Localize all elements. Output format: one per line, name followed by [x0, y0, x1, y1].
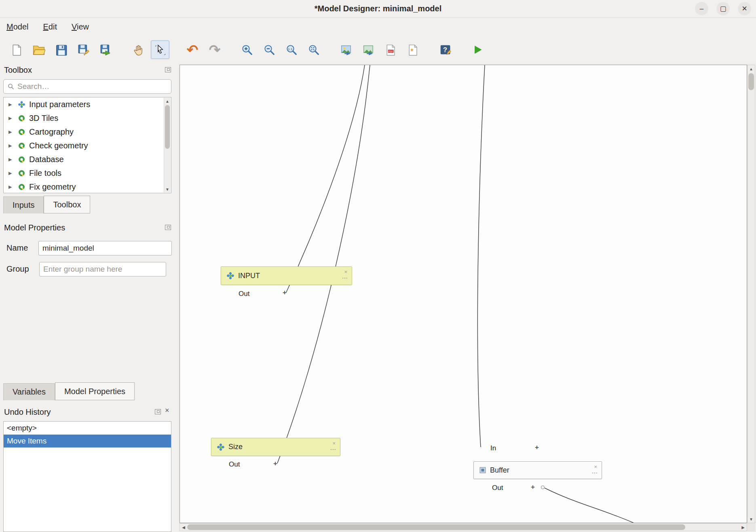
node-comment-icon[interactable]: •••	[331, 448, 336, 451]
toolbox-search-box	[3, 79, 171, 94]
model-node-size[interactable]: Size × •••	[211, 438, 340, 456]
edit-model-help-button[interactable]: ?	[436, 40, 454, 59]
run-icon	[471, 44, 484, 56]
export-as-pdf-button[interactable]: PDF	[381, 40, 400, 59]
zoom-full-button[interactable]	[304, 40, 323, 59]
zoom-actual-icon: 1:1	[285, 44, 298, 56]
svg-text:?: ?	[443, 46, 447, 53]
parameter-icon	[227, 272, 234, 279]
node-delete-icon[interactable]: ×	[344, 269, 347, 275]
model-canvas[interactable]: INPUT × ••• Out + Size × ••• Out + In + …	[179, 65, 747, 523]
tab-model-properties[interactable]: Model Properties	[55, 382, 135, 400]
canvas-vertical-scrollbar[interactable]: ▲ ▼	[747, 65, 755, 523]
tree-scrollbar[interactable]: ▲ ▼	[164, 98, 171, 192]
properties-tab-bar: Variables Model Properties	[3, 382, 135, 400]
tree-item-check-geometry[interactable]: ▶ Check geometry	[4, 139, 171, 152]
canvas-horizontal-scrollbar[interactable]: ◀ ▶	[179, 523, 747, 531]
zoom-actual-button[interactable]: 1:1	[282, 40, 301, 59]
export-as-script-button[interactable]: *	[403, 40, 422, 59]
export-as-svg-button[interactable]	[359, 40, 378, 59]
scroll-up-icon[interactable]: ▲	[748, 65, 755, 72]
zoom-out-button[interactable]	[260, 40, 279, 59]
expand-arrow-icon[interactable]: ▶	[8, 157, 14, 162]
open-model-button[interactable]	[30, 40, 48, 59]
model-node-buffer[interactable]: Buffer × •••	[473, 461, 602, 479]
menu-model[interactable]: Model	[6, 22, 28, 32]
float-panel-icon[interactable]	[165, 225, 171, 230]
run-model-button[interactable]	[468, 40, 487, 59]
scroll-left-icon[interactable]: ◀	[180, 524, 187, 531]
node-label: INPUT	[238, 272, 260, 280]
model-group-input[interactable]	[39, 262, 166, 277]
tree-scrollbar-thumb[interactable]	[165, 105, 170, 149]
save-model-in-project-button[interactable]	[96, 40, 115, 59]
name-label: Name	[6, 243, 28, 253]
new-model-button[interactable]	[7, 40, 26, 59]
node-comment-icon[interactable]: •••	[342, 276, 348, 280]
qgis-provider-icon	[18, 170, 25, 177]
tab-variables[interactable]: Variables	[3, 383, 55, 400]
float-panel-icon[interactable]	[165, 67, 171, 72]
svg-text:PDF: PDF	[389, 50, 393, 53]
menubar: Model Edit View	[0, 18, 756, 36]
minimize-button[interactable]: –	[695, 2, 708, 15]
port-expand-icon[interactable]: +	[273, 460, 277, 468]
titlebar: *Model Designer: minimal_model – ▢ ✕	[0, 0, 756, 18]
pan-tool-button[interactable]	[129, 40, 147, 59]
toolbox-search-input[interactable]	[17, 82, 171, 91]
expand-arrow-icon[interactable]: ▶	[8, 184, 14, 190]
expand-arrow-icon[interactable]: ▶	[8, 116, 14, 121]
port-expand-icon[interactable]: +	[283, 289, 287, 297]
scroll-right-icon[interactable]: ▶	[739, 524, 747, 531]
model-node-input[interactable]: INPUT × •••	[221, 266, 352, 285]
maximize-button[interactable]: ▢	[716, 2, 730, 15]
scroll-up-icon[interactable]: ▲	[164, 98, 171, 104]
tree-item-file-tools[interactable]: ▶ File tools	[4, 166, 171, 180]
minimize-icon: –	[700, 5, 703, 13]
tree-item-input-parameters[interactable]: ▶ Input parameters	[4, 97, 171, 111]
select-tool-button[interactable]	[151, 40, 169, 59]
qgis-provider-icon	[18, 129, 25, 135]
new-file-icon	[11, 44, 23, 56]
undo-item-empty[interactable]: <empty>	[4, 422, 171, 435]
menu-view[interactable]: View	[72, 22, 89, 32]
scroll-down-icon[interactable]: ▼	[164, 186, 171, 192]
horizontal-scrollbar-thumb[interactable]	[187, 524, 685, 530]
tab-inputs[interactable]: Inputs	[3, 196, 44, 213]
save-model-button[interactable]	[52, 40, 70, 59]
float-panel-icon[interactable]	[155, 409, 161, 414]
port-expand-icon[interactable]: +	[531, 483, 535, 491]
tree-item-cartography[interactable]: ▶ Cartography	[4, 125, 171, 139]
undo-button[interactable]: ↶	[183, 40, 202, 59]
edge-buffer-in	[477, 65, 485, 447]
edge-buffer-out	[545, 488, 636, 523]
vertical-scrollbar-thumb[interactable]	[748, 73, 754, 90]
tree-item-3d-tiles[interactable]: ▶ 3D Tiles	[4, 111, 171, 125]
toolbox-tab-bar: Inputs Toolbox	[3, 196, 90, 213]
expand-arrow-icon[interactable]: ▶	[8, 171, 14, 176]
tree-item-fix-geometry[interactable]: ▶ Fix geometry	[4, 180, 171, 193]
node-comment-icon[interactable]: •••	[592, 471, 598, 475]
zoom-in-button[interactable]	[238, 40, 256, 59]
expand-arrow-icon[interactable]: ▶	[8, 143, 14, 148]
undo-item-move-items[interactable]: Move Items	[4, 435, 171, 448]
close-button[interactable]: ✕	[738, 2, 751, 15]
node-delete-icon[interactable]: ×	[594, 464, 597, 470]
toolbox-panel-title: Toolbox	[4, 65, 32, 75]
expand-arrow-icon[interactable]: ▶	[8, 102, 14, 107]
model-name-input[interactable]	[38, 241, 172, 255]
port-socket-icon[interactable]	[541, 486, 545, 489]
menu-edit[interactable]: Edit	[43, 22, 57, 32]
tab-toolbox[interactable]: Toolbox	[44, 196, 90, 213]
redo-button[interactable]: ↷	[205, 40, 224, 59]
close-panel-icon[interactable]: ×	[165, 408, 169, 413]
search-icon	[8, 83, 14, 90]
tree-item-database[interactable]: ▶ Database	[4, 152, 171, 166]
node-delete-icon[interactable]: ×	[332, 440, 336, 446]
save-model-as-button[interactable]	[74, 40, 93, 59]
scroll-down-icon[interactable]: ▼	[748, 515, 755, 523]
port-expand-icon[interactable]: +	[535, 443, 539, 452]
expand-arrow-icon[interactable]: ▶	[8, 129, 14, 135]
undo-icon: ↶	[187, 43, 199, 57]
export-as-image-button[interactable]	[337, 40, 355, 59]
